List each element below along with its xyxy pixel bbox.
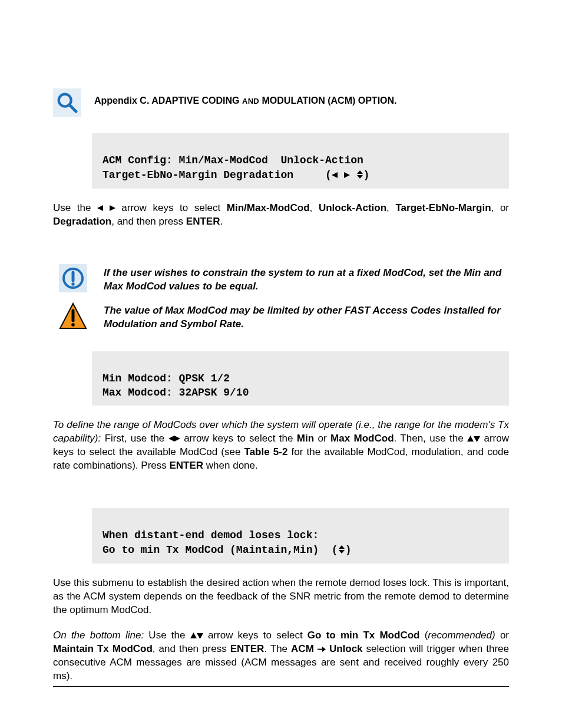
text-bold: ENTER <box>186 216 220 227</box>
svg-marker-17 <box>474 436 480 442</box>
page-content: Appendix C. ADAPTIVE CODING AND MODULATI… <box>53 88 509 683</box>
svg-marker-20 <box>190 633 197 638</box>
text: ( <box>419 630 428 641</box>
appendix-title-prefix: Appendix C. ADAPTIVE CODING <box>94 95 242 106</box>
lcd-unlock-action: When distant-end demod loses lock: Go to… <box>92 508 509 564</box>
svg-marker-2 <box>332 172 338 178</box>
instruction-para-1: Use the arrow keys to select Min/Max-Mod… <box>53 202 509 229</box>
lcd-modcod-range: Min Modcod: QPSK 1/2 Max Modcod: 32APSK … <box>92 351 509 406</box>
appendix-title-suffix: MODULATION (ACM) OPTION. <box>259 95 396 106</box>
text: , and then press <box>111 216 186 227</box>
svg-marker-5 <box>357 175 363 179</box>
text-bold: Degradation <box>53 216 111 227</box>
text: when done. <box>203 460 258 471</box>
right-arrow-icon <box>174 433 180 444</box>
text: , or <box>491 202 509 213</box>
lcd-acm-config: ACM Config: Min/Max-ModCod Unlock-Action… <box>92 133 509 189</box>
text: arrow keys to select <box>203 630 308 641</box>
lcd-line: When distant-end demod loses lock: <box>103 529 319 541</box>
text-bold: Maintain Tx ModCod <box>53 643 153 654</box>
text-bold: Table 5-2 <box>244 446 288 457</box>
instruction-para-2: To define the range of ModCods over whic… <box>53 419 509 473</box>
lcd-line: Max Modcod: 32APSK 9/10 <box>103 387 249 398</box>
text: arrow keys to select the <box>180 433 297 444</box>
text-italic: On the bottom line: <box>53 630 144 641</box>
text: Use the <box>53 202 97 213</box>
svg-marker-23 <box>322 647 326 652</box>
text: First, use the <box>101 433 168 444</box>
left-arrow-icon <box>97 202 103 213</box>
svg-marker-18 <box>339 545 345 549</box>
up-down-arrow-icon <box>338 543 345 558</box>
right-arrow-thin-icon <box>318 643 326 654</box>
warning-note-text: The value of Max ModCod may be limited b… <box>104 302 509 331</box>
right-arrow-icon <box>344 169 350 183</box>
svg-line-1 <box>70 106 76 111</box>
info-icon <box>59 264 87 292</box>
svg-point-13 <box>71 323 75 327</box>
instruction-para-3: Use this submenu to establish the desire… <box>53 577 509 617</box>
info-note: If the user wishes to constrain the syst… <box>59 264 509 294</box>
lcd-line: Min Modcod: QPSK 1/2 <box>103 373 230 384</box>
text: , <box>386 202 395 213</box>
text-bold: Max ModCod <box>330 433 394 444</box>
text: arrow keys to select <box>115 202 227 213</box>
text: . Then, use the <box>394 433 468 444</box>
lcd-line: Go to min Tx ModCod (Maintain,Min) ( <box>103 544 338 556</box>
text: , <box>310 202 319 213</box>
right-arrow-icon <box>110 202 115 213</box>
svg-marker-7 <box>110 205 115 211</box>
appendix-title: Appendix C. ADAPTIVE CODING AND MODULATI… <box>94 95 397 106</box>
down-arrow-icon <box>474 433 480 444</box>
text-bold: Unlock <box>329 643 363 654</box>
text: or <box>495 630 509 641</box>
left-arrow-icon <box>332 169 338 183</box>
svg-marker-16 <box>467 436 474 442</box>
appendix-header-block: Appendix C. ADAPTIVE CODING AND MODULATI… <box>53 88 509 117</box>
text-bold: ACM <box>291 643 314 654</box>
up-down-arrow-icon <box>356 169 363 183</box>
up-arrow-icon <box>467 433 474 444</box>
text-bold: Min/Max-ModCod <box>227 202 310 213</box>
instruction-para-4: On the bottom line: Use the arrow keys t… <box>53 629 509 683</box>
text-bold: Target-EbNo-Margin <box>395 202 491 213</box>
svg-marker-4 <box>357 170 363 174</box>
text-bold: Go to min Tx ModCod <box>308 630 420 641</box>
text-bold: ENTER <box>230 643 265 654</box>
lcd-line: ACM Config: Min/Max-ModCod Unlock-Action <box>103 154 363 166</box>
text: Use the <box>144 630 190 641</box>
appendix-title-small: AND <box>242 97 259 106</box>
info-note-text: If the user wishes to constrain the syst… <box>104 264 509 294</box>
lcd-line: Target-EbNo-Margin Degradation ( <box>103 169 332 181</box>
up-arrow-icon <box>190 630 197 641</box>
text-italic: recommended) <box>428 630 495 641</box>
text: , and then press <box>153 643 230 654</box>
svg-marker-6 <box>97 205 103 211</box>
magnifier-icon <box>53 88 81 117</box>
svg-marker-14 <box>168 436 174 442</box>
text-bold: ENTER <box>169 460 203 471</box>
svg-marker-19 <box>339 550 345 554</box>
warning-icon <box>59 302 87 330</box>
footer-rule <box>53 686 509 687</box>
text: . <box>220 216 223 227</box>
text-bold: Unlock-Action <box>319 202 386 213</box>
text-bold: Min <box>297 433 314 444</box>
left-arrow-icon <box>168 433 174 444</box>
text: . The <box>264 643 291 654</box>
text: or <box>314 433 330 444</box>
svg-marker-21 <box>197 633 203 639</box>
warning-note: The value of Max ModCod may be limited b… <box>59 302 509 331</box>
svg-point-10 <box>71 282 74 285</box>
down-arrow-icon <box>197 630 203 641</box>
svg-marker-15 <box>174 436 180 442</box>
svg-marker-3 <box>344 172 350 178</box>
